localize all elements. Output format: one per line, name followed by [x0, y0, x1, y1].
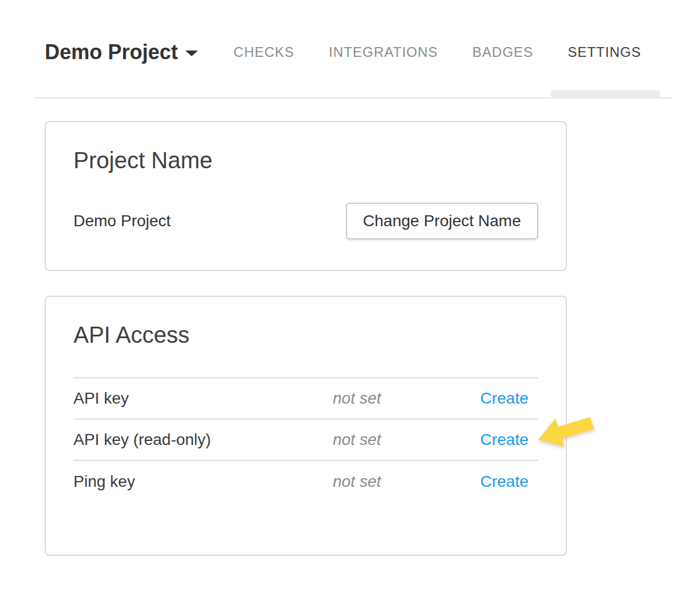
api-access-card-title: API Access: [73, 321, 538, 348]
nav-tabs: CHECKS INTEGRATIONS BADGES SETTINGS: [216, 44, 658, 60]
project-name-row: Demo Project Change Project Name: [73, 203, 538, 239]
tab-checks[interactable]: CHECKS: [216, 44, 312, 60]
tab-badges[interactable]: BADGES: [455, 44, 550, 60]
table-row-api-key-readonly: API key (read-only) not set Create: [73, 419, 538, 460]
project-name-card-title: Project Name: [73, 146, 538, 174]
top-navigation-bar: Demo Project CHECKS INTEGRATIONS BADGES …: [45, 38, 658, 67]
caret-down-icon: [185, 51, 198, 56]
change-project-name-button[interactable]: Change Project Name: [346, 203, 538, 239]
project-selector-label: Demo Project: [45, 40, 178, 64]
create-api-key-link[interactable]: Create: [480, 389, 528, 407]
create-ping-key-link[interactable]: Create: [480, 473, 528, 490]
header-divider: [34, 97, 672, 99]
table-row-ping-key: Ping key not set Create: [73, 460, 538, 502]
ping-key-label: Ping key: [73, 460, 333, 502]
project-name-card: Project Name Demo Project Change Project…: [45, 121, 567, 271]
settings-page: Demo Project CHECKS INTEGRATIONS BADGES …: [0, 0, 700, 608]
api-access-card: API Access API key not set Create: [45, 296, 567, 556]
settings-content: Project Name Demo Project Change Project…: [45, 121, 567, 556]
api-key-readonly-label: API key (read-only): [73, 419, 333, 460]
api-key-label: API key: [73, 378, 333, 419]
create-api-key-readonly-link[interactable]: Create: [480, 431, 528, 448]
api-key-value: not set: [333, 378, 472, 419]
project-selector[interactable]: Demo Project: [45, 40, 198, 64]
current-project-name: Demo Project: [73, 212, 171, 230]
tab-settings[interactable]: SETTINGS: [550, 44, 658, 60]
ping-key-value: not set: [333, 460, 472, 502]
api-keys-table: API key not set Create API key (read-onl…: [73, 377, 538, 502]
tab-integrations[interactable]: INTEGRATIONS: [312, 44, 455, 60]
table-row-api-key: API key not set Create: [73, 378, 538, 419]
api-key-readonly-value: not set: [333, 419, 472, 460]
